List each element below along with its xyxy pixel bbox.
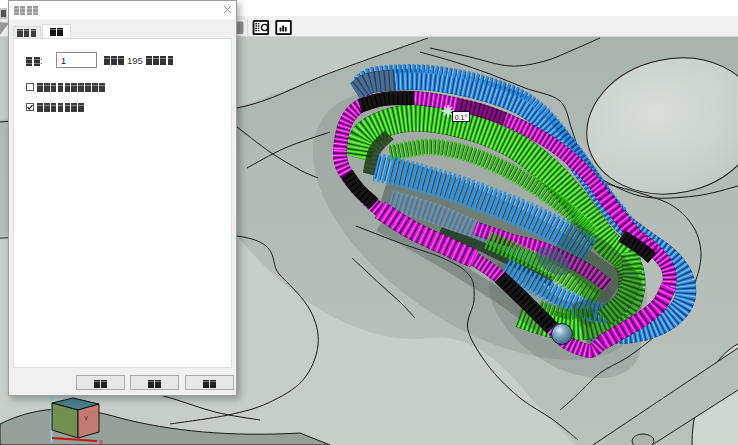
svg-text:X: X	[99, 439, 104, 445]
svg-text:Y: Y	[84, 415, 89, 422]
svg-text:0.1°: 0.1°	[455, 114, 468, 121]
